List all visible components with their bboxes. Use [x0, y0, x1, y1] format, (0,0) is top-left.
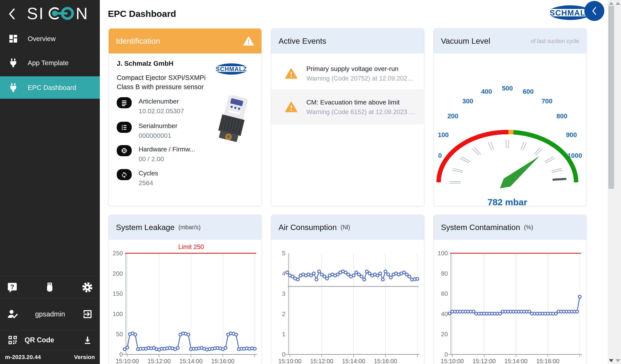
card-title: System Contamination [441, 223, 520, 232]
svg-text:15:16:00: 15:16:00 [536, 358, 560, 364]
system-contamination-chart: 02040608010015:10:0015:12:0015:14:0015:1… [434, 240, 586, 364]
svg-text:15:10:00: 15:10:00 [278, 358, 302, 364]
sidebar-item-overview[interactable]: Overview [0, 27, 100, 50]
sidebar-item-epc-dashboard[interactable]: EPC Dashboard [0, 76, 100, 99]
articlenumber-row: Articlenumber 10.02.02.05307 [117, 97, 184, 115]
scroll-down-arrow[interactable] [609, 359, 614, 362]
sidebar-collapse-button[interactable] [6, 7, 18, 21]
sidebar-tools-row: ? [0, 276, 100, 298]
dashboard-icon [8, 33, 18, 44]
company-name: J. Schmalz GmbH [117, 60, 173, 67]
svg-text:0: 0 [282, 351, 285, 358]
svg-text:800: 800 [556, 112, 568, 120]
warning-icon [285, 101, 297, 113]
svg-text:?: ? [10, 283, 14, 290]
event-subtitle: Warning (Code 20752) at 12.09.202… [306, 75, 414, 82]
vacuum-level-card: Vacuum Level of last suction cycle 01002… [433, 28, 587, 206]
plug-icon [8, 82, 18, 93]
svg-text:200: 200 [448, 112, 458, 120]
svg-text:3: 3 [282, 290, 285, 297]
event-row[interactable]: CM: Evacuation time above limit Warning … [271, 90, 424, 124]
system-contamination-card-header: System Contamination (%) [434, 215, 586, 240]
collapse-panel-button[interactable] [584, 1, 604, 21]
active-events-card: Active Events Primary supply voltage ove… [271, 28, 424, 206]
gear-icon [82, 282, 93, 293]
settings-button[interactable] [82, 282, 93, 293]
download-icon [83, 335, 92, 345]
device-connection-button[interactable] [44, 282, 55, 293]
logout-button[interactable] [82, 309, 93, 319]
system-contamination-card: System Contamination (%) 02040608010015:… [433, 215, 587, 364]
svg-text:15:12:00: 15:12:00 [473, 358, 496, 364]
chevron-left-icon [8, 8, 16, 20]
sidebar: SI N Overview App Template EPC Dashboard [0, 0, 100, 364]
svg-text:15:14:00: 15:14:00 [504, 358, 528, 364]
scroll-up-arrow[interactable] [616, 2, 620, 5]
schmalz-logo: SCHMALZ [212, 61, 251, 77]
card-title: Vacuum Level [441, 37, 490, 46]
svg-text:150: 150 [113, 290, 123, 297]
numbered-list-icon: 123 [117, 122, 132, 133]
epc-dashboard-app: SI N Overview App Template EPC Dashboard [0, 0, 621, 364]
svg-text:600: 600 [523, 88, 534, 95]
scroll-down-arrow[interactable] [616, 359, 620, 362]
card-title: Active Events [278, 37, 326, 46]
svg-text:5: 5 [282, 250, 285, 257]
system-leakage-card: System Leakage (mbar/s) 0501001502002501… [108, 215, 262, 364]
air-consumption-card: Air Consumption (Nl) 01234515:10:0015:12… [271, 215, 424, 364]
browser-scrollbar[interactable] [615, 0, 621, 364]
sicon-logo: SI N [27, 4, 87, 22]
svg-text:1: 1 [282, 331, 285, 338]
svg-text:N: N [76, 4, 87, 22]
svg-text:4: 4 [282, 270, 285, 277]
qr-code-label: QR Code [25, 336, 54, 344]
plug-icon [8, 58, 18, 68]
warning-icon [243, 36, 254, 46]
vacuum-level-card-header: Vacuum Level of last suction cycle [434, 29, 586, 53]
svg-text:15:14:00: 15:14:00 [342, 358, 365, 364]
page-title: EPC Dashboard [108, 8, 176, 19]
user-check-icon [7, 309, 18, 320]
svg-text:15:10:00: 15:10:00 [116, 358, 139, 364]
cycles-row: Cycles 2564 [117, 169, 158, 187]
card-title: Air Consumption [278, 223, 337, 232]
sidebar-item-label: App Template [28, 59, 69, 67]
scroll-up-arrow[interactable] [609, 2, 614, 5]
page-scrollbar[interactable] [608, 0, 615, 364]
svg-text:SI: SI [27, 4, 45, 22]
svg-text:15:16:00: 15:16:00 [211, 358, 235, 364]
svg-text:60: 60 [441, 290, 448, 297]
air-consumption-card-header: Air Consumption (Nl) [271, 215, 424, 240]
help-button[interactable]: ? [7, 282, 18, 293]
sidebar-item-label: EPC Dashboard [28, 84, 76, 92]
identification-card: Identification J. Schmalz GmbH Compact E… [108, 28, 262, 206]
active-events-card-header: Active Events [271, 29, 424, 53]
svg-text:100: 100 [438, 250, 448, 257]
svg-text:400: 400 [481, 88, 492, 95]
svg-text:1000: 1000 [568, 152, 582, 159]
svg-text:300: 300 [462, 97, 473, 105]
card-unit: (mbar/s) [178, 224, 200, 231]
username: gpsadmin [35, 310, 65, 318]
sidebar-qr-row[interactable]: QR Code [0, 330, 100, 350]
event-title: Primary supply voltage over-run [306, 65, 414, 72]
sync-icon [117, 169, 132, 180]
vacuum-gauge: 01002003004005006007008009001000782 mbar [434, 53, 586, 206]
svg-text:0: 0 [120, 351, 123, 358]
svg-text:3: 3 [122, 128, 123, 130]
card-unit: (%) [524, 224, 533, 231]
svg-text:15:10:00: 15:10:00 [441, 358, 464, 364]
scrollbar-thumb[interactable] [608, 6, 614, 189]
sidebar-item-app-template[interactable]: App Template [0, 52, 100, 74]
event-row[interactable]: Primary supply voltage over-run Warning … [271, 57, 424, 90]
download-button[interactable] [83, 335, 92, 345]
svg-text:Limit 250: Limit 250 [178, 243, 204, 250]
sidebar-user-row: gpsadmin [0, 298, 100, 330]
article-list-icon [117, 97, 132, 108]
svg-text:250: 250 [113, 250, 123, 257]
svg-text:200: 200 [113, 270, 123, 277]
card-subtitle: of last suction cycle [531, 38, 579, 44]
svg-text:500: 500 [502, 84, 513, 92]
svg-text:20: 20 [441, 331, 448, 338]
chip-icon [117, 145, 132, 156]
